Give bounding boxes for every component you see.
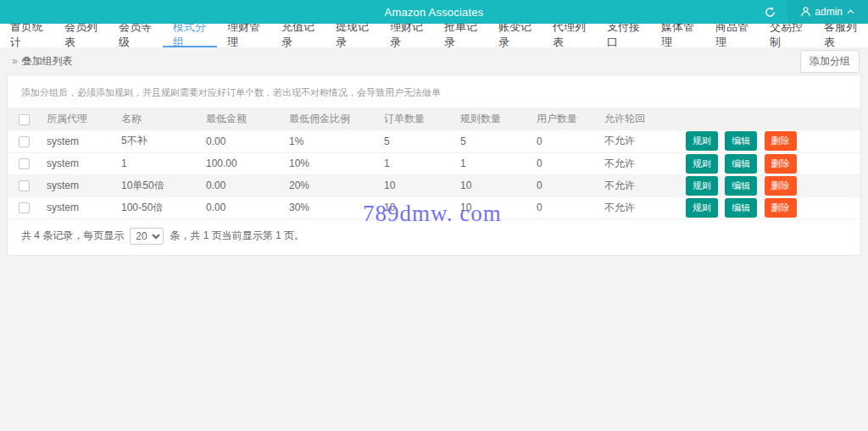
col-header-rule-count: 规则数量 [453, 108, 530, 130]
nav-item-payment-api[interactable]: 支付接口 [597, 24, 651, 47]
cell-rebate: 不允许 [598, 196, 679, 218]
row-checkbox[interactable] [19, 158, 30, 169]
cell-agent: system [40, 174, 114, 196]
row-checkbox[interactable] [19, 180, 30, 191]
col-header-min-amount: 最低金额 [199, 108, 282, 130]
col-header-order-count: 订单数量 [377, 108, 453, 130]
cell-rule-count: 5 [453, 130, 530, 152]
select-all-checkbox[interactable] [19, 114, 30, 125]
cell-rebate: 不允许 [598, 174, 679, 196]
row-checkbox-cell [8, 130, 40, 152]
nav-item-trade-control[interactable]: 交易控制 [760, 24, 814, 47]
cell-user-count: 0 [530, 174, 598, 196]
pagination-text-before: 共 4 条记录，每页显示 [21, 229, 124, 243]
nav-item-member-list[interactable]: 会员列表 [54, 24, 108, 47]
cell-order-count: 1 [377, 152, 453, 174]
delete-button[interactable]: 删除 [765, 131, 797, 151]
cell-agent: system [40, 130, 114, 152]
cell-rule-count: 10 [453, 196, 530, 218]
cell-min-amount: 100.00 [199, 152, 282, 174]
rule-button[interactable]: 规则 [686, 154, 718, 174]
nav-item-media-manage[interactable]: 媒体管理 [651, 24, 705, 47]
nav-item-grab-record[interactable]: 抢单记录 [434, 24, 488, 47]
main-nav: 首页统计 会员列表 会员等级 模式分组 理财管理 充值记录 提现记录 理财记录 … [0, 24, 868, 47]
cell-actions: 规则 编辑 删除 [679, 174, 860, 196]
cell-actions: 规则 编辑 删除 [679, 196, 860, 218]
user-icon [801, 7, 810, 17]
rule-button[interactable]: 规则 [686, 176, 718, 196]
cell-user-count: 0 [530, 152, 598, 174]
cell-min-amount: 0.00 [199, 174, 282, 196]
nav-item-home-stats[interactable]: 首页统计 [0, 24, 54, 47]
nav-item-account-change[interactable]: 账变记录 [488, 24, 542, 47]
nav-item-product-manage[interactable]: 商品管理 [705, 24, 760, 47]
edit-button[interactable]: 编辑 [725, 154, 757, 174]
delete-button[interactable]: 删除 [765, 176, 797, 196]
cell-agent: system [40, 152, 114, 174]
row-checkbox[interactable] [19, 202, 30, 213]
cell-min-commission: 1% [282, 130, 377, 152]
nav-item-agent-list[interactable]: 代理列表 [542, 24, 597, 47]
group-table: 所属代理 名称 最低金额 最低佣金比例 订单数量 规则数量 用户数量 允许轮回 … [8, 108, 860, 219]
nav-item-withdraw-record[interactable]: 提现记录 [326, 24, 380, 47]
cell-user-count: 0 [530, 196, 598, 218]
table-row: system 100-50倍 0.00 30% 10 10 0 不允许 规则 编… [8, 196, 860, 218]
cell-agent: system [40, 196, 114, 218]
cell-rule-count: 10 [453, 174, 530, 196]
table-header-row: 所属代理 名称 最低金额 最低佣金比例 订单数量 规则数量 用户数量 允许轮回 [8, 108, 860, 130]
cell-name: 100-50倍 [114, 196, 199, 218]
col-header-name: 名称 [114, 108, 199, 130]
rule-button[interactable]: 规则 [686, 198, 718, 218]
cell-min-commission: 30% [282, 196, 377, 218]
delete-button[interactable]: 删除 [765, 198, 797, 218]
row-checkbox[interactable] [19, 136, 30, 147]
row-checkbox-cell [8, 152, 40, 174]
nav-item-recharge-record[interactable]: 充值记录 [271, 24, 326, 47]
page-title: 叠加组列表 [22, 54, 73, 69]
cell-actions: 规则 编辑 删除 [679, 130, 860, 152]
pagination-bar: 共 4 条记录，每页显示 20 条，共 1 页当前显示第 1 页。 [8, 219, 860, 255]
refresh-icon [765, 7, 776, 18]
cell-rule-count: 1 [453, 152, 530, 174]
edit-button[interactable]: 编辑 [725, 198, 757, 218]
header-right: admin [752, 0, 868, 24]
breadcrumb: » 叠加组列表 [12, 54, 73, 69]
cell-order-count: 10 [377, 174, 453, 196]
user-name: admin [815, 6, 843, 18]
per-page-select[interactable]: 20 [130, 228, 164, 245]
breadcrumb-chevron-icon: » [12, 55, 18, 67]
col-header-min-commission: 最低佣金比例 [282, 108, 377, 130]
nav-item-member-level[interactable]: 会员等级 [108, 24, 163, 47]
breadcrumb-bar: » 叠加组列表 添加分组 [0, 47, 868, 75]
add-group-button[interactable]: 添加分组 [800, 50, 860, 73]
row-checkbox-cell [8, 196, 40, 218]
cell-min-amount: 0.00 [199, 130, 282, 152]
col-header-agent: 所属代理 [40, 108, 114, 130]
header-checkbox-cell [8, 108, 40, 130]
nav-item-finance-record[interactable]: 理财记录 [380, 24, 434, 47]
cell-name: 1 [114, 152, 199, 174]
cell-order-count: 5 [377, 130, 453, 152]
cell-name: 5不补 [114, 130, 199, 152]
nav-item-mode-group[interactable]: 模式分组 [163, 24, 217, 47]
chevron-up-icon [847, 9, 854, 14]
edit-button[interactable]: 编辑 [725, 176, 757, 196]
cell-min-commission: 10% [282, 152, 377, 174]
edit-button[interactable]: 编辑 [725, 131, 757, 151]
rule-button[interactable]: 规则 [686, 131, 718, 151]
cell-min-commission: 20% [282, 174, 377, 196]
cell-order-count: 10 [377, 196, 453, 218]
row-checkbox-cell [8, 174, 40, 196]
table-row: system 10单50倍 0.00 20% 10 10 0 不允许 规则 编辑… [8, 174, 860, 196]
nav-item-finance-manage[interactable]: 理财管理 [217, 24, 271, 47]
nav-item-support-list[interactable]: 客服列表 [814, 24, 868, 47]
pagination-text-after: 条，共 1 页当前显示第 1 页。 [170, 229, 304, 243]
col-header-actions [679, 108, 860, 130]
cell-user-count: 0 [530, 130, 598, 152]
refresh-button[interactable] [752, 0, 787, 24]
col-header-rebate: 允许轮回 [598, 108, 679, 130]
delete-button[interactable]: 删除 [765, 154, 797, 174]
help-note: 添加分组后，必须添加规则，并且规则需要对应好订单个数，若出现不对称情况，会导致用… [21, 86, 847, 99]
cell-rebate: 不允许 [598, 152, 679, 174]
user-menu[interactable]: admin [787, 0, 868, 24]
